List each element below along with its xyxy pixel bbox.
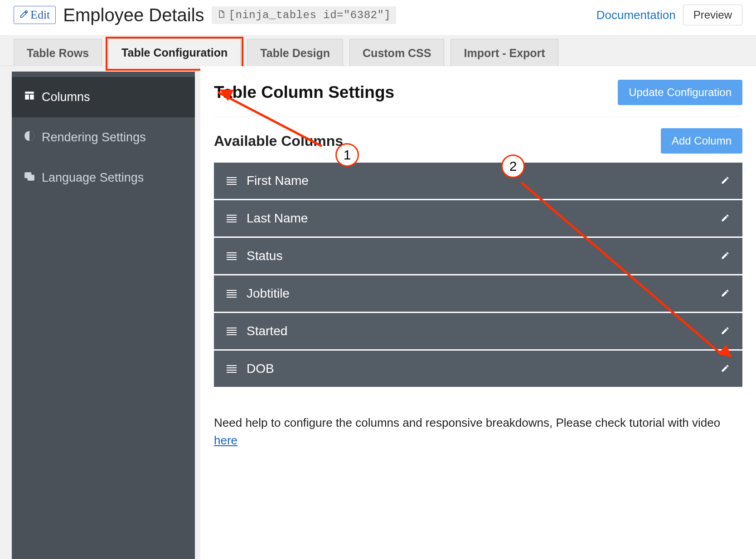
drag-handle-icon[interactable]	[227, 328, 237, 335]
pencil-icon[interactable]	[721, 211, 730, 226]
page-title: Employee Details	[63, 5, 204, 25]
main-area: Columns Rendering Settings Language Sett…	[0, 66, 756, 559]
tab-table-rows[interactable]: Table Rows	[14, 39, 102, 66]
top-bar: Edit Employee Details [ninja_tables id="…	[0, 0, 756, 35]
render-icon	[24, 130, 35, 145]
update-configuration-button[interactable]: Update Configuration	[618, 80, 742, 105]
preview-button[interactable]: Preview	[683, 5, 742, 25]
pencil-icon	[19, 8, 29, 22]
column-row[interactable]: Status	[214, 238, 742, 274]
sidebar-item-label: Columns	[42, 90, 90, 104]
edit-label: Edit	[30, 8, 50, 22]
sidebar: Columns Rendering Settings Language Sett…	[12, 72, 195, 559]
drag-handle-icon[interactable]	[227, 177, 237, 185]
tab-table-configuration[interactable]: Table Configuration	[108, 39, 241, 66]
column-list: First Name Last Name Status Jobtitile St…	[214, 163, 742, 387]
documentation-link[interactable]: Documentation	[596, 8, 676, 22]
help-text: Need help to configure the columns and r…	[214, 414, 742, 449]
document-icon	[217, 10, 225, 20]
drag-handle-icon[interactable]	[227, 215, 237, 222]
column-label: First Name	[247, 173, 711, 188]
pencil-icon[interactable]	[721, 249, 730, 263]
tab-table-design[interactable]: Table Design	[247, 39, 343, 66]
sidebar-item-label: Rendering Settings	[42, 130, 146, 145]
column-row[interactable]: Last Name	[214, 200, 742, 236]
pencil-icon[interactable]	[721, 173, 730, 188]
help-link[interactable]: here	[214, 434, 237, 447]
sidebar-item-columns[interactable]: Columns	[12, 77, 195, 117]
svg-rect-2	[28, 175, 34, 181]
column-row[interactable]: DOB	[214, 351, 742, 387]
drag-handle-icon[interactable]	[227, 365, 237, 373]
tab-strip: Table Rows Table Configuration Table Des…	[0, 35, 756, 66]
edit-button[interactable]: Edit	[14, 6, 56, 24]
tab-import-export[interactable]: Import - Export	[451, 39, 558, 66]
pencil-icon[interactable]	[721, 324, 730, 338]
sidebar-item-language[interactable]: Language Settings	[12, 158, 195, 198]
pencil-icon[interactable]	[721, 361, 730, 376]
column-label: DOB	[247, 361, 711, 376]
content-panel: Table Column Settings Update Configurati…	[200, 66, 756, 559]
language-icon	[24, 170, 35, 185]
column-row[interactable]: Jobtitile	[214, 275, 742, 312]
drag-handle-icon[interactable]	[227, 290, 237, 298]
column-label: Jobtitile	[247, 286, 711, 301]
column-row[interactable]: First Name	[214, 163, 742, 199]
tab-custom-css[interactable]: Custom CSS	[349, 39, 444, 66]
column-label: Last Name	[247, 211, 711, 226]
shortcode-text: [ninja_tables id="6382"]	[229, 9, 391, 21]
sidebar-item-rendering[interactable]: Rendering Settings	[12, 117, 195, 158]
shortcode-box[interactable]: [ninja_tables id="6382"]	[212, 6, 397, 24]
column-label: Started	[247, 324, 711, 338]
sidebar-item-label: Language Settings	[42, 171, 144, 185]
column-label: Status	[247, 249, 711, 263]
available-columns-header: Available Columns Add Column	[214, 128, 742, 154]
column-row[interactable]: Started	[214, 313, 742, 349]
add-column-button[interactable]: Add Column	[661, 128, 742, 154]
section-header: Table Column Settings Update Configurati…	[214, 80, 742, 116]
drag-handle-icon[interactable]	[227, 252, 237, 260]
pencil-icon[interactable]	[721, 286, 730, 301]
table-icon	[24, 90, 35, 105]
available-columns-title: Available Columns	[214, 133, 343, 149]
section-title: Table Column Settings	[214, 83, 394, 102]
